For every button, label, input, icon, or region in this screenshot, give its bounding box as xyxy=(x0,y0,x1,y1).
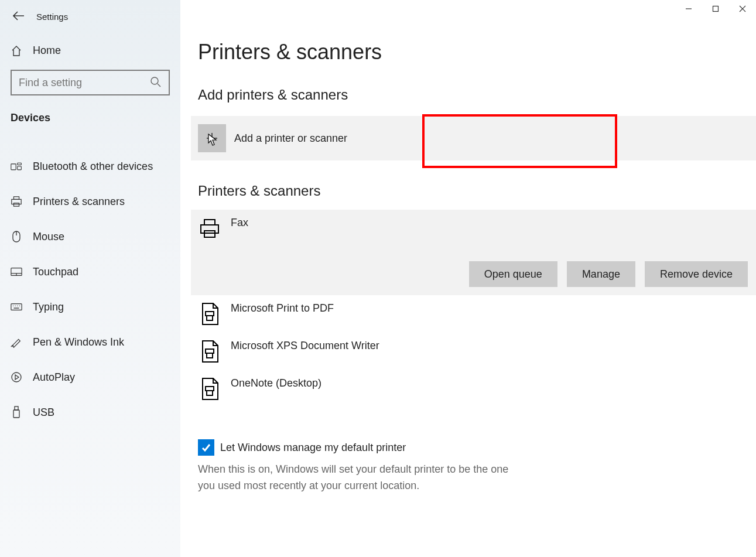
print-to-file-icon xyxy=(198,302,221,326)
default-printer-checkbox[interactable] xyxy=(198,439,214,456)
device-name: OneNote (Desktop) xyxy=(231,377,321,389)
svg-point-15 xyxy=(17,306,18,306)
svg-rect-29 xyxy=(207,316,213,320)
nav-item-label: AutoPlay xyxy=(33,371,75,384)
svg-rect-26 xyxy=(201,225,218,233)
printer-icon xyxy=(198,217,221,240)
nav-item-label: USB xyxy=(33,406,54,419)
svg-rect-3 xyxy=(18,166,22,170)
svg-rect-27 xyxy=(204,231,215,237)
section-add-title: Add printers & scanners xyxy=(180,64,756,103)
nav-touchpad[interactable]: Touchpad xyxy=(0,254,180,289)
home-label: Home xyxy=(33,45,61,57)
svg-rect-12 xyxy=(11,304,22,310)
svg-rect-2 xyxy=(18,163,22,165)
default-printer-description: When this is on, Windows will set your d… xyxy=(198,462,526,494)
svg-rect-32 xyxy=(206,387,214,391)
nav-item-label: Touchpad xyxy=(33,266,78,278)
svg-rect-30 xyxy=(206,349,214,353)
search-field-wrap xyxy=(11,70,170,95)
app-title: Settings xyxy=(36,12,68,22)
sidebar: Settings Home Devices Bluetooth & other … xyxy=(0,0,180,557)
nav-list: Bluetooth & other devices Printers & sca… xyxy=(0,149,180,430)
device-list: Fax Open queue Manage Remove device Micr… xyxy=(180,210,756,408)
page-title: Printers & scanners xyxy=(180,0,756,64)
nav-item-label: Mouse xyxy=(33,231,64,243)
svg-rect-31 xyxy=(207,353,213,358)
svg-rect-28 xyxy=(206,312,214,316)
device-actions: Open queue Manage Remove device xyxy=(198,261,756,287)
plus-icon xyxy=(198,124,226,152)
svg-rect-33 xyxy=(207,391,213,395)
nav-item-label: Bluetooth & other devices xyxy=(33,160,153,173)
manage-button[interactable]: Manage xyxy=(567,261,635,287)
maximize-button[interactable] xyxy=(702,0,729,18)
bluetooth-devices-icon xyxy=(11,161,22,172)
pen-icon xyxy=(11,336,22,348)
svg-rect-6 xyxy=(13,203,19,206)
svg-rect-22 xyxy=(713,6,719,12)
print-to-file-icon xyxy=(198,340,221,363)
open-queue-button[interactable]: Open queue xyxy=(469,261,557,287)
device-print-to-pdf[interactable]: Microsoft Print to PDF xyxy=(191,295,756,333)
svg-point-13 xyxy=(13,306,13,306)
back-icon[interactable] xyxy=(13,10,25,23)
svg-rect-25 xyxy=(204,220,215,225)
nav-mouse[interactable]: Mouse xyxy=(0,219,180,254)
device-name: Fax xyxy=(231,217,248,229)
search-input[interactable] xyxy=(11,70,170,95)
minimize-button[interactable] xyxy=(675,0,702,18)
svg-point-14 xyxy=(15,306,16,306)
search-icon xyxy=(150,76,162,90)
print-to-file-icon xyxy=(198,377,221,401)
default-printer-section: Let Windows manage my default printer Wh… xyxy=(198,439,526,494)
nav-autoplay[interactable]: AutoPlay xyxy=(0,360,180,395)
keyboard-icon xyxy=(11,303,22,311)
nav-bluetooth[interactable]: Bluetooth & other devices xyxy=(0,149,180,184)
window-controls xyxy=(675,0,756,18)
close-button[interactable] xyxy=(729,0,756,18)
remove-device-button[interactable]: Remove device xyxy=(645,261,748,287)
home-icon xyxy=(11,45,22,57)
nav-item-label: Typing xyxy=(33,301,64,313)
add-printer-label: Add a printer or scanner xyxy=(234,132,347,145)
svg-rect-17 xyxy=(13,307,19,308)
section-list-title: Printers & scanners xyxy=(180,160,756,199)
main-panel: Printers & scanners Add printers & scann… xyxy=(180,0,756,557)
mouse-icon xyxy=(11,230,22,243)
svg-point-16 xyxy=(19,306,20,306)
nav-usb[interactable]: USB xyxy=(0,395,180,430)
nav-item-label: Printers & scanners xyxy=(33,196,125,208)
usb-icon xyxy=(11,406,22,419)
nav-home[interactable]: Home xyxy=(0,27,180,57)
svg-rect-4 xyxy=(13,197,19,200)
device-name: Microsoft Print to PDF xyxy=(231,302,334,315)
svg-rect-19 xyxy=(15,406,18,410)
nav-printers-scanners[interactable]: Printers & scanners xyxy=(0,184,180,219)
device-xps-writer[interactable]: Microsoft XPS Document Writer xyxy=(191,333,756,370)
default-printer-label: Let Windows manage my default printer xyxy=(220,442,406,454)
device-fax[interactable]: Fax Open queue Manage Remove device xyxy=(191,210,756,295)
autoplay-icon xyxy=(11,371,22,383)
nav-pen-ink[interactable]: Pen & Windows Ink xyxy=(0,324,180,360)
svg-rect-20 xyxy=(13,410,19,418)
nav-typing[interactable]: Typing xyxy=(0,289,180,324)
printer-icon xyxy=(11,195,22,208)
svg-point-0 xyxy=(151,77,158,84)
device-name: Microsoft XPS Document Writer xyxy=(231,340,379,352)
sidebar-category: Devices xyxy=(0,95,180,124)
cursor-icon xyxy=(208,134,218,146)
nav-item-label: Pen & Windows Ink xyxy=(33,336,124,348)
add-printer-row[interactable]: Add a printer or scanner xyxy=(191,116,756,160)
device-onenote[interactable]: OneNote (Desktop) xyxy=(191,370,756,408)
svg-point-18 xyxy=(12,373,21,382)
touchpad-icon xyxy=(11,267,22,276)
svg-rect-1 xyxy=(11,164,16,170)
